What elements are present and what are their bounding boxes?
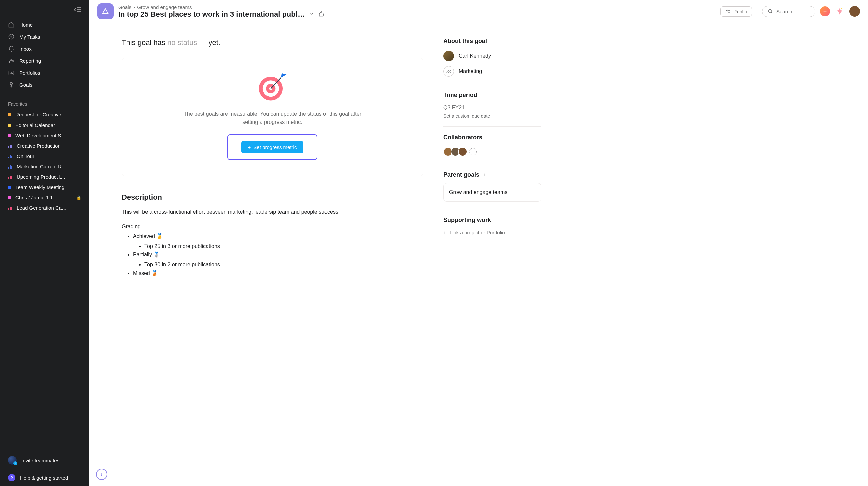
favorite-label: Team Weekly Meeting — [16, 184, 64, 190]
portfolio-icon — [8, 69, 15, 76]
primary-nav: Home My Tasks Inbox Reporting Portfolios… — [0, 17, 90, 97]
sidebar-favorite[interactable]: Lead Generation Ca… — [0, 203, 90, 213]
favorites-list: Request for Creative …Editorial Calendar… — [0, 109, 90, 213]
svg-point-12 — [726, 10, 728, 11]
celebrate-icon[interactable] — [835, 6, 845, 17]
home-icon — [8, 21, 15, 28]
about-heading: About this goal — [443, 38, 541, 45]
portfolio-bars-icon — [8, 144, 13, 148]
sidebar-favorite[interactable]: Marketing Current R… — [0, 161, 90, 171]
breadcrumb-parent[interactable]: Grow and engage teams — [137, 4, 192, 10]
sidebar-favorite[interactable]: Editorial Calendar — [0, 120, 90, 130]
search-icon — [768, 9, 773, 14]
nav-label: Portfolios — [19, 70, 40, 76]
sidebar-favorite[interactable]: Upcoming Product L… — [0, 171, 90, 182]
help-button[interactable]: ? Help & getting started — [0, 469, 90, 486]
description-body[interactable]: This will be a cross-functional effort b… — [122, 207, 423, 278]
nav-inbox[interactable]: Inbox — [0, 43, 90, 55]
goal-team[interactable]: Marketing — [443, 66, 541, 77]
favorite-label: Creative Production — [17, 143, 61, 149]
bell-icon — [8, 45, 15, 52]
user-avatar[interactable] — [849, 6, 860, 17]
sidebar-favorite[interactable]: Chris / Jamie 1:1🔒 — [0, 192, 90, 203]
nav-label: Reporting — [19, 58, 41, 64]
reporting-icon — [8, 57, 15, 64]
time-period-heading: Time period — [443, 92, 541, 99]
search-placeholder: Search — [776, 9, 792, 14]
invite-teammates-button[interactable]: + Invite teammates — [0, 451, 90, 469]
sidebar-favorite[interactable]: Team Weekly Meeting — [0, 182, 90, 192]
like-button[interactable] — [318, 11, 324, 18]
visibility-button[interactable]: Public — [720, 6, 752, 17]
favorites-header: Favorites — [0, 97, 90, 109]
link-project-button[interactable]: + Link a project or Portfolio — [443, 230, 541, 235]
team-icon — [443, 66, 454, 77]
svg-point-15 — [841, 8, 842, 9]
status-heading: This goal has no status — yet. — [122, 38, 423, 47]
project-dot-icon — [8, 124, 11, 127]
owner-avatar — [443, 51, 454, 61]
owner-name: Carl Kennedy — [459, 53, 491, 59]
info-fab-button[interactable]: i — [96, 468, 107, 480]
plus-icon: + — [248, 144, 251, 150]
favorite-label: Upcoming Product L… — [17, 174, 67, 180]
sidebar-favorite[interactable]: Request for Creative … — [0, 109, 90, 120]
help-label: Help & getting started — [20, 475, 68, 481]
button-label: Set progress metric — [253, 144, 297, 150]
custom-due-date-link[interactable]: Set a custom due date — [443, 114, 541, 119]
omnibutton-add[interactable]: + — [820, 6, 830, 17]
collaborator-avatar[interactable] — [458, 147, 467, 156]
team-name: Marketing — [459, 68, 482, 74]
add-collaborator-button[interactable]: + — [469, 148, 477, 155]
portfolio-bars-icon — [8, 165, 13, 168]
nav-portfolios[interactable]: Portfolios — [0, 67, 90, 79]
favorite-label: On Tour — [17, 153, 34, 159]
add-parent-goal-button[interactable]: + — [483, 172, 486, 178]
sidebar-favorite[interactable]: Creative Production — [0, 140, 90, 151]
set-progress-metric-button[interactable]: + Set progress metric — [241, 141, 304, 153]
topbar: Goals › Grow and engage teams In top 25 … — [90, 0, 868, 24]
parent-goal-card[interactable]: Grow and engage teams — [443, 183, 541, 202]
svg-point-11 — [10, 83, 13, 85]
check-circle-icon — [8, 33, 15, 40]
favorite-label: Marketing Current R… — [17, 164, 67, 169]
nav-reporting[interactable]: Reporting — [0, 55, 90, 67]
sidebar-favorite[interactable]: Web Development S… — [0, 130, 90, 140]
svg-point-22 — [447, 70, 449, 72]
portfolio-bars-icon — [8, 154, 13, 158]
visibility-label: Public — [734, 9, 747, 14]
nav-label: Inbox — [19, 46, 32, 52]
parent-goals-heading: Parent goals — [443, 171, 479, 178]
sidebar: Home My Tasks Inbox Reporting Portfolios… — [0, 0, 90, 486]
nav-goals[interactable]: Goals — [0, 79, 90, 91]
portfolio-bars-icon — [8, 175, 13, 179]
svg-point-23 — [449, 70, 451, 72]
collapse-sidebar-button[interactable] — [73, 7, 82, 13]
nav-home[interactable]: Home — [0, 19, 90, 31]
search-input[interactable]: Search — [762, 6, 815, 17]
sidebar-favorite[interactable]: On Tour — [0, 151, 90, 161]
portfolio-bars-icon — [8, 206, 13, 210]
people-icon — [725, 9, 731, 14]
svg-point-4 — [9, 62, 10, 63]
svg-point-13 — [729, 10, 730, 11]
goal-owner[interactable]: Carl Kennedy — [443, 51, 541, 61]
page-title[interactable]: In top 25 Best places to work in 3 inter… — [118, 10, 305, 19]
favorite-label: Editorial Calendar — [16, 122, 55, 128]
supporting-work-heading: Supporting work — [443, 217, 541, 224]
nav-my-tasks[interactable]: My Tasks — [0, 31, 90, 43]
svg-point-14 — [768, 9, 771, 12]
goal-app-icon — [97, 3, 114, 19]
details-panel: About this goal Carl Kennedy Marketing T… — [443, 24, 550, 486]
nav-label: Home — [19, 22, 33, 28]
target-icon — [257, 71, 288, 103]
svg-marker-21 — [281, 73, 286, 78]
project-dot-icon — [8, 186, 11, 189]
time-period-value[interactable]: Q3 FY21 — [443, 105, 541, 111]
collaborators-heading: Collaborators — [443, 134, 541, 141]
favorite-label: Lead Generation Ca… — [17, 205, 67, 210]
description-heading: Description — [122, 193, 423, 202]
breadcrumb-root[interactable]: Goals — [118, 4, 131, 10]
title-menu-button[interactable] — [309, 11, 314, 18]
collaborators-row: + — [443, 147, 541, 156]
